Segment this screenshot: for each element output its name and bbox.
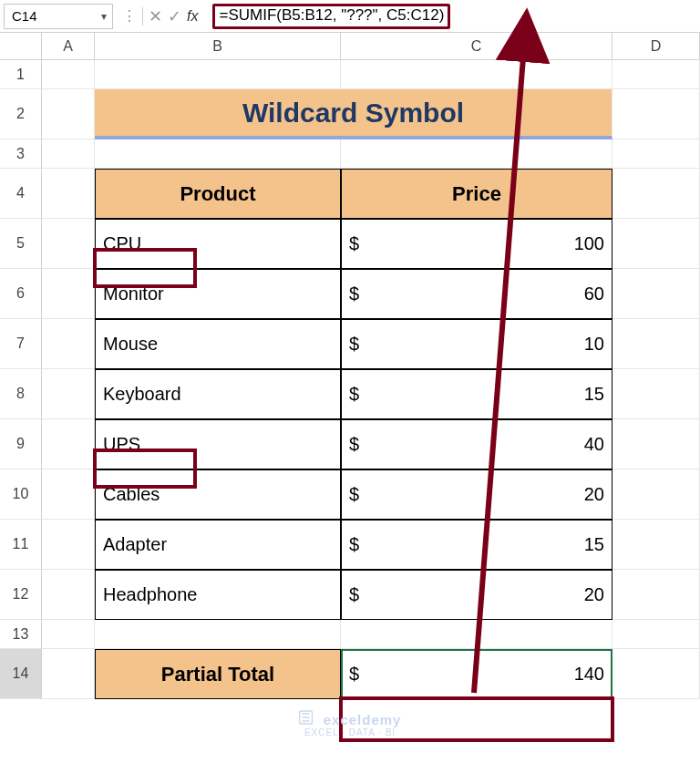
row-head[interactable]: 1 [0, 60, 42, 89]
row-head[interactable]: 6 [0, 269, 42, 319]
row-head[interactable]: 13 [0, 620, 42, 649]
col-head-C[interactable]: C [341, 33, 612, 59]
cell-A8[interactable] [42, 369, 95, 419]
enter-icon[interactable]: ✓ [168, 6, 181, 26]
cell-B1[interactable] [95, 60, 341, 89]
cell-D13[interactable] [612, 620, 700, 649]
cell-D10[interactable] [612, 469, 700, 520]
row-head[interactable]: 11 [0, 520, 42, 570]
currency: $ [349, 664, 359, 685]
cell-D6[interactable] [612, 269, 700, 319]
cell-D5[interactable] [612, 219, 700, 269]
title-cell[interactable]: Wildcard Symbol [95, 89, 612, 139]
price-text: 15 [584, 534, 604, 555]
row-head[interactable]: 7 [0, 319, 42, 369]
formula-input[interactable]: =SUMIF(B5:B12, "???", C5:C12) [207, 3, 700, 30]
row-7: 7 Mouse $10 [0, 319, 700, 369]
cell-product[interactable]: Keyboard [95, 369, 341, 419]
cell-C13[interactable] [341, 620, 612, 649]
select-all-corner[interactable] [0, 33, 42, 59]
product-text: CPU [103, 233, 141, 254]
cell-price[interactable]: $60 [341, 269, 612, 319]
fx-icon[interactable]: fx [187, 8, 198, 25]
cell-product[interactable]: CPU [95, 219, 341, 269]
cell-D2[interactable] [612, 89, 700, 139]
row-head[interactable]: 3 [0, 139, 42, 169]
row-9: 9 UPS $40 [0, 419, 700, 469]
partial-total-value[interactable]: $ 140 [341, 649, 612, 699]
formula-bar: C14 ▾ ⋮ ✕ ✓ fx =SUMIF(B5:B12, "???", C5:… [0, 0, 700, 33]
th-price[interactable]: Price [341, 169, 612, 219]
cell-product[interactable]: Adapter [95, 520, 341, 570]
chevron-down-icon[interactable]: ▾ [101, 10, 107, 23]
cell-C3[interactable] [341, 139, 612, 169]
cell-product[interactable]: Headphone [95, 570, 341, 620]
cell-product[interactable]: Monitor [95, 269, 341, 319]
cell-D1[interactable] [612, 60, 700, 89]
watermark-sub: EXCEL · DATA · BI [304, 727, 396, 737]
row-head[interactable]: 9 [0, 419, 42, 469]
cell-B3[interactable] [95, 139, 341, 169]
cell-A10[interactable] [42, 469, 95, 520]
currency: $ [349, 384, 359, 405]
cancel-icon[interactable]: ✕ [149, 6, 162, 26]
cell-D9[interactable] [612, 419, 700, 469]
cell-price[interactable]: $20 [341, 469, 612, 520]
cell-A3[interactable] [42, 139, 95, 169]
cell-A1[interactable] [42, 60, 95, 89]
column-headers: A B C D [0, 33, 700, 60]
formula-text: =SUMIF(B5:B12, "???", C5:C12) [212, 4, 450, 29]
price-text: 10 [584, 334, 604, 355]
row-head[interactable]: 5 [0, 219, 42, 269]
cell-product[interactable]: Mouse [95, 319, 341, 369]
product-text: Cables [103, 484, 160, 505]
cell-A11[interactable] [42, 520, 95, 570]
cell-product[interactable]: UPS [95, 419, 341, 469]
cell-A2[interactable] [42, 89, 95, 139]
row-head[interactable]: 10 [0, 469, 42, 520]
name-box[interactable]: C14 ▾ [4, 4, 113, 29]
cell-price[interactable]: $10 [341, 319, 612, 369]
cell-A12[interactable] [42, 570, 95, 620]
col-head-A[interactable]: A [42, 33, 95, 59]
cell-A9[interactable] [42, 419, 95, 469]
grid: 1 2 Wildcard Symbol 3 4 Product Price 5 … [0, 60, 700, 699]
row-head[interactable]: 14 [0, 649, 42, 699]
currency: $ [349, 584, 359, 605]
product-text: Adapter [103, 534, 167, 555]
cell-price[interactable]: $15 [341, 369, 612, 419]
row-head[interactable]: 12 [0, 570, 42, 620]
col-head-B[interactable]: B [95, 33, 341, 59]
kebab-icon[interactable]: ⋮ [122, 7, 137, 25]
th-product[interactable]: Product [95, 169, 341, 219]
cell-D11[interactable] [612, 520, 700, 570]
cell-A5[interactable] [42, 219, 95, 269]
col-head-D[interactable]: D [612, 33, 700, 59]
cell-B13[interactable] [95, 620, 341, 649]
cell-price[interactable]: $15 [341, 520, 612, 570]
cell-A6[interactable] [42, 269, 95, 319]
cell-D8[interactable] [612, 369, 700, 419]
cell-A7[interactable] [42, 319, 95, 369]
row-head[interactable]: 2 [0, 89, 42, 139]
cell-selection-outline [341, 649, 612, 699]
cell-A13[interactable] [42, 620, 95, 649]
row-head[interactable]: 4 [0, 169, 42, 219]
cell-price[interactable]: $100 [341, 219, 612, 269]
cell-A4[interactable] [42, 169, 95, 219]
cell-D12[interactable] [612, 570, 700, 620]
cell-D7[interactable] [612, 319, 700, 369]
product-text: Headphone [103, 584, 197, 605]
cell-D3[interactable] [612, 139, 700, 169]
price-text: 100 [574, 233, 604, 254]
partial-total-text: 140 [574, 664, 604, 685]
cell-product[interactable]: Cables [95, 469, 341, 520]
cell-price[interactable]: $40 [341, 419, 612, 469]
cell-D4[interactable] [612, 169, 700, 219]
partial-total-label[interactable]: Partial Total [95, 649, 341, 699]
cell-C1[interactable] [341, 60, 612, 89]
cell-price[interactable]: $20 [341, 570, 612, 620]
cell-A14[interactable] [42, 649, 95, 699]
row-head[interactable]: 8 [0, 369, 42, 419]
cell-D14[interactable] [612, 649, 700, 699]
